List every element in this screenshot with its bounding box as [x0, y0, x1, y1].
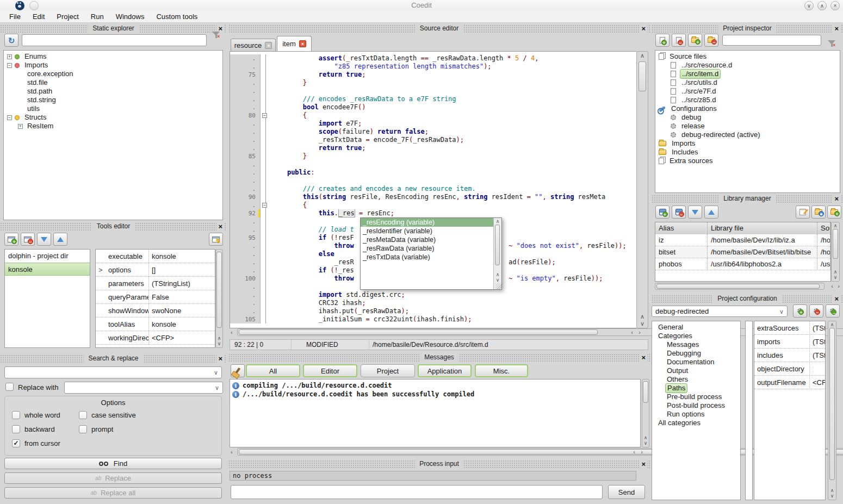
category-item[interactable]: Messages: [652, 340, 740, 349]
source-editor-close-icon[interactable]: ×: [640, 24, 647, 33]
find-button[interactable]: Find: [4, 458, 222, 469]
property-value[interactable]: konsole: [149, 320, 215, 328]
category-item[interactable]: General: [652, 323, 740, 332]
property-value[interactable]: False: [149, 293, 215, 301]
clean-messages-button[interactable]: [231, 364, 245, 377]
tree-item[interactable]: utils: [4, 104, 222, 113]
tab-resource[interactable]: resource×: [231, 39, 276, 51]
tree-item[interactable]: ../src/resource.d: [655, 61, 840, 70]
code-line[interactable]: . import e7F;: [230, 120, 636, 128]
tree-item[interactable]: +ResItem: [4, 122, 222, 130]
search-input[interactable]: ∨: [4, 366, 222, 378]
code-line[interactable]: . _resTxtData = encode_7F(_resRawData);: [230, 136, 636, 144]
config-remove-button[interactable]: −: [809, 304, 823, 318]
library-hscrollbar[interactable]: ‹›: [655, 283, 842, 290]
category-item[interactable]: Output: [652, 366, 740, 375]
lib-remove-button[interactable]: −: [672, 206, 686, 219]
property-row[interactable]: outputFilename<CFP>: [754, 376, 825, 389]
property-value[interactable]: (TStringList): [810, 324, 825, 332]
messages-hscrollbar[interactable]: ‹ ‹›: [230, 448, 649, 456]
code-line[interactable]: . bool encodee7F(): [230, 103, 636, 111]
window-minimize-button[interactable]: ∨: [804, 1, 814, 10]
table-row[interactable]: phobos/usr/lib64/libphobos2.a/us: [655, 258, 830, 270]
code-line[interactable]: .: [230, 87, 636, 95]
whole-word-checkbox[interactable]: [12, 411, 20, 419]
tree-item[interactable]: Imports: [655, 139, 840, 148]
code-line[interactable]: 92 this._res = resEnc;: [230, 209, 636, 217]
tree-item[interactable]: Extra sources: [655, 157, 840, 165]
completion-item[interactable]: _resIdentifier (variable): [361, 227, 493, 235]
process-input-close-icon[interactable]: ×: [640, 460, 647, 468]
code-line[interactable]: 105 _initialSum = crc322uint(ihash.finis…: [230, 315, 636, 323]
tree-item[interactable]: Configurations: [655, 104, 840, 113]
category-item[interactable]: Documentation: [652, 358, 740, 366]
tool-run-button[interactable]: ↯: [209, 233, 223, 246]
column-header[interactable]: Sources: [817, 222, 830, 234]
tool-add-button[interactable]: +: [4, 233, 18, 246]
send-button[interactable]: Send: [608, 485, 645, 499]
messages-close-icon[interactable]: ×: [640, 353, 647, 362]
expander-icon[interactable]: −: [7, 115, 12, 120]
window-maximize-button[interactable]: ∧: [817, 1, 827, 10]
property-row[interactable]: extraSources(TStringList): [754, 321, 825, 335]
prompt-checkbox[interactable]: [79, 425, 87, 433]
resize-grip[interactable]: [495, 283, 501, 289]
code-line[interactable]: . ihash.put(_resRawData);: [230, 307, 636, 315]
property-value[interactable]: (TStringList): [810, 338, 825, 346]
tree-item[interactable]: release: [655, 122, 840, 130]
table-row[interactable]: bitset/home/basile/Dev/Bitset/lib/bitse/…: [655, 246, 830, 258]
tool-list-item[interactable]: dolphin - project dir: [5, 250, 90, 263]
property-value[interactable]: []: [149, 266, 215, 274]
add-source-button[interactable]: +: [655, 34, 670, 47]
menu-custom-tools[interactable]: Custom tools: [150, 11, 203, 22]
expander-icon[interactable]: −: [7, 63, 12, 68]
backward-checkbox[interactable]: [12, 425, 20, 433]
category-item[interactable]: All categories: [652, 419, 740, 427]
tools-editor-close-icon[interactable]: ×: [216, 222, 224, 231]
library-vscrollbar[interactable]: ∧ ∧∨: [831, 222, 840, 282]
property-row[interactable]: queryParametersFalse: [96, 290, 215, 304]
tree-item[interactable]: ../src/e7F.d: [655, 87, 840, 96]
tab-close-icon[interactable]: ×: [299, 40, 306, 47]
property-row[interactable]: includes(TStringList): [754, 349, 825, 362]
completion-item[interactable]: _resRawData (variable): [361, 244, 493, 253]
code-line[interactable]: 90 this(string resFile, ResEncoding resE…: [230, 193, 636, 201]
project-inspector-filter-input[interactable]: [722, 35, 821, 46]
table-row[interactable]: iz/home/basile/Dev/Iz/lib/iz.a/ho: [655, 234, 830, 246]
code-line[interactable]: .: [230, 177, 636, 185]
case-sensitive-checkbox[interactable]: [79, 411, 87, 419]
category-item[interactable]: Pre-build process: [652, 393, 740, 401]
code-line[interactable]: . scope(failure) return false;: [230, 128, 636, 136]
remove-folder-button[interactable]: −: [704, 34, 718, 47]
property-row[interactable]: workingDirectory<CFP>: [96, 331, 215, 345]
filter-application[interactable]: Application: [418, 364, 472, 377]
filter-editor[interactable]: Editor: [303, 364, 357, 377]
menu-project[interactable]: Project: [51, 11, 84, 22]
completion-item[interactable]: _resEncoding (variable): [361, 218, 493, 227]
expander-icon[interactable]: +: [7, 54, 12, 59]
category-item[interactable]: Paths: [652, 384, 740, 393]
menu-windows[interactable]: Windows: [110, 11, 151, 22]
code-line[interactable]: 80− {: [230, 111, 636, 120]
property-row[interactable]: imports(TStringList): [754, 335, 825, 349]
code-line[interactable]: .− {: [230, 201, 636, 209]
tree-item[interactable]: −Structs: [4, 113, 222, 122]
property-value[interactable]: swoNone: [149, 307, 215, 315]
tree-item[interactable]: debug-redirected (active): [655, 130, 840, 139]
from-cursor-checkbox[interactable]: ✓: [12, 439, 20, 447]
property-row[interactable]: toolAliaskonsole: [96, 318, 215, 331]
completion-item[interactable]: _resTxtData (variable): [361, 253, 493, 262]
menu-run[interactable]: Run: [85, 11, 110, 22]
process-input-field[interactable]: [231, 485, 603, 499]
message-line[interactable]: icompiling /.../build/resource.d.coedit: [230, 381, 640, 390]
property-value[interactable]: (TStringList): [810, 351, 825, 359]
tab-close-icon[interactable]: ×: [265, 42, 272, 49]
tree-item[interactable]: std.string: [4, 96, 222, 104]
menu-edit[interactable]: Edit: [27, 11, 51, 22]
tree-item[interactable]: Includes: [655, 148, 840, 157]
code-line[interactable]: . import std.digest.crc;: [230, 291, 636, 299]
tools-grid-vscrollbar[interactable]: ∧∨: [215, 249, 223, 348]
replace-button[interactable]: abReplace: [4, 472, 222, 484]
configuration-selector[interactable]: debug-redirected ∨: [652, 306, 788, 317]
tree-item[interactable]: core.exception: [4, 70, 222, 78]
